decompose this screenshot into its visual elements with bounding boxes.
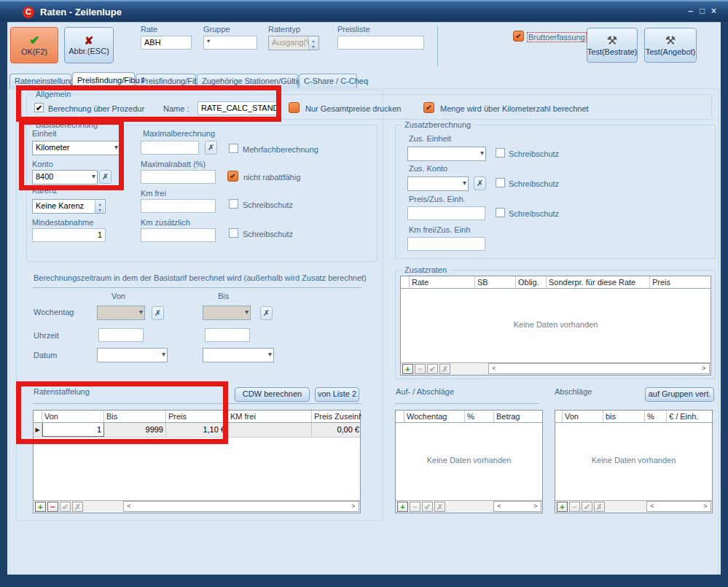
- preis-zus-einh-input[interactable]: [407, 206, 485, 220]
- column-header[interactable]: bis: [603, 411, 645, 422]
- zus-konto-clear-button[interactable]: ✗: [474, 176, 486, 190]
- gruppe-input[interactable]: *: [203, 36, 257, 50]
- cancel-button[interactable]: ✘ Abbr.(ESC): [64, 27, 114, 63]
- preisliste-input[interactable]: [337, 36, 424, 50]
- maximalberechnung-clear-button[interactable]: ✗: [205, 141, 217, 155]
- uhrzeit-bis-input[interactable]: [205, 328, 250, 342]
- test-angebot-button[interactable]: ⚒ Test(Angebot): [644, 28, 697, 63]
- column-header[interactable]: %: [465, 411, 494, 422]
- tab-preisfindung-fibu-2[interactable]: Preisfindung/Fibu II: [136, 74, 196, 89]
- km-frei-input[interactable]: [141, 199, 216, 213]
- remove-row-button[interactable]: −: [47, 502, 58, 512]
- karenz-spinner[interactable]: Keine Karenz ▴▾: [32, 199, 106, 214]
- horizontal-scrollbar[interactable]: < >: [646, 501, 711, 512]
- maximalberechnung-input[interactable]: [141, 141, 199, 155]
- test-bestrate-button[interactable]: ⚒ Test(Bestrate): [587, 28, 638, 63]
- column-header[interactable]: Wochentag: [404, 411, 465, 422]
- remove-row-button[interactable]: −: [415, 364, 426, 374]
- scroll-right-icon[interactable]: >: [348, 502, 359, 511]
- nicht-rabattfaehig-checkbox[interactable]: ✔: [227, 171, 238, 182]
- menge-kilometerzahl-checkbox[interactable]: ✔: [423, 102, 434, 113]
- ratentyp-spinner[interactable]: Ausgang(Ver ▴▾: [268, 36, 319, 50]
- nur-gesamtpreise-checkbox[interactable]: [289, 102, 300, 113]
- cell-von[interactable]: 1: [42, 423, 104, 437]
- column-header[interactable]: € / Einh.: [667, 411, 712, 422]
- remove-row-button[interactable]: −: [569, 502, 580, 512]
- remove-row-button[interactable]: −: [410, 502, 420, 512]
- konto-clear-button[interactable]: ✗: [99, 170, 111, 184]
- datum-bis-select[interactable]: ▾: [203, 348, 274, 362]
- scroll-left-icon[interactable]: <: [647, 502, 657, 511]
- scroll-right-icon[interactable]: >: [700, 502, 711, 511]
- accept-button[interactable]: ✔: [427, 364, 438, 374]
- schreibschutz-zus-einheit-checkbox[interactable]: [496, 148, 505, 158]
- ratentyp-spin-arrows-icon[interactable]: ▴▾: [308, 36, 318, 50]
- cancel-edit-button[interactable]: ✗: [439, 364, 450, 374]
- schreibschutz-preis-zus-checkbox[interactable]: [496, 208, 505, 217]
- column-header[interactable]: Preis Zuseinh: [312, 411, 361, 422]
- von-liste-2-button[interactable]: von Liste 2: [315, 387, 359, 402]
- column-header[interactable]: KM frei: [228, 411, 312, 422]
- wochentag-von-select[interactable]: ▾: [97, 306, 145, 320]
- column-header[interactable]: Sonderpr. für diese Rate: [547, 276, 650, 288]
- ok-button[interactable]: ✔ OK(F2): [10, 27, 58, 63]
- cell-km-frei[interactable]: [228, 423, 312, 437]
- column-header[interactable]: Von: [42, 411, 104, 422]
- add-row-button[interactable]: +: [397, 502, 408, 512]
- datum-von-select[interactable]: ▾: [97, 348, 168, 362]
- tab-preisfindung-fibu-1[interactable]: Preisfindung/Fibu I: [72, 72, 135, 89]
- add-row-button[interactable]: +: [557, 502, 568, 512]
- column-header[interactable]: Preis: [166, 411, 228, 422]
- table-row[interactable]: ▶ 1 9999 1,10 € 0,00 €: [34, 423, 360, 438]
- column-header[interactable]: Oblig.: [516, 276, 547, 288]
- scroll-right-icon[interactable]: >: [699, 364, 709, 373]
- tab-zugehoerige-stationen[interactable]: Zugehörige Stationen/Gültigkeit: [197, 74, 298, 89]
- accept-button[interactable]: ✔: [422, 502, 433, 512]
- column-header[interactable]: SB: [475, 276, 516, 288]
- close-button[interactable]: ×: [709, 7, 719, 16]
- cell-preis-zuseinh[interactable]: 0,00 €: [312, 423, 361, 437]
- zus-einheit-select[interactable]: ▾: [407, 147, 486, 161]
- scroll-right-icon[interactable]: >: [531, 502, 541, 511]
- cancel-edit-button[interactable]: ✗: [72, 502, 83, 512]
- schreibschutz-km-zus-checkbox[interactable]: [229, 228, 238, 238]
- berechnung-prozedur-checkbox[interactable]: ✔: [34, 103, 44, 112]
- km-zusaetzlich-input[interactable]: [141, 228, 216, 242]
- tab-rateneinstellungen[interactable]: Rateneinstellungen: [9, 74, 71, 89]
- maximalrabatt-input[interactable]: [141, 170, 216, 184]
- scroll-left-icon[interactable]: <: [124, 502, 134, 511]
- column-header[interactable]: Rate: [410, 276, 475, 288]
- wochentag-bis-select[interactable]: ▾: [203, 306, 251, 320]
- cell-bis[interactable]: 9999: [104, 423, 166, 437]
- cancel-edit-button[interactable]: ✗: [594, 502, 605, 512]
- mindestabnahme-input[interactable]: 1: [32, 228, 106, 242]
- column-header[interactable]: Bis: [104, 411, 166, 422]
- scroll-left-icon[interactable]: <: [489, 364, 499, 373]
- auf-gruppen-verteilen-button[interactable]: auf Gruppen vert.: [645, 387, 714, 402]
- column-header[interactable]: Preis: [650, 276, 712, 288]
- column-header[interactable]: Von: [563, 411, 603, 422]
- horizontal-scrollbar[interactable]: < >: [488, 363, 710, 374]
- column-header[interactable]: Betrag: [494, 411, 542, 422]
- prozedur-name-input[interactable]: RATE_CALC_STANDAR: [197, 101, 281, 115]
- add-row-button[interactable]: +: [402, 364, 413, 374]
- konto-select[interactable]: 8400 ▾: [32, 170, 98, 184]
- minimize-button[interactable]: –: [686, 7, 695, 16]
- uhrzeit-von-input[interactable]: [98, 328, 144, 342]
- bruttoerfassung-checkbox[interactable]: ✔: [513, 31, 524, 42]
- add-row-button[interactable]: +: [35, 502, 46, 512]
- einheit-select[interactable]: Kilometer ▾: [32, 141, 120, 155]
- cancel-edit-button[interactable]: ✗: [434, 502, 445, 512]
- tab-c-share[interactable]: C-Share / C-Cheq: [299, 74, 357, 89]
- horizontal-scrollbar[interactable]: < >: [493, 501, 541, 512]
- accept-button[interactable]: ✔: [582, 502, 592, 512]
- schreibschutz-km-frei-checkbox[interactable]: [229, 199, 238, 209]
- cdw-berechnen-button[interactable]: CDW berechnen: [235, 387, 310, 402]
- maximize-button[interactable]: □: [697, 7, 707, 16]
- wochentag-von-clear-button[interactable]: ✗: [152, 306, 164, 320]
- karenz-spin-arrows-icon[interactable]: ▴▾: [95, 200, 104, 213]
- zus-konto-select[interactable]: ▾: [407, 176, 469, 191]
- column-header[interactable]: %: [645, 411, 667, 422]
- horizontal-scrollbar[interactable]: < >: [123, 501, 359, 512]
- mehrfachberechnung-checkbox[interactable]: [229, 144, 238, 153]
